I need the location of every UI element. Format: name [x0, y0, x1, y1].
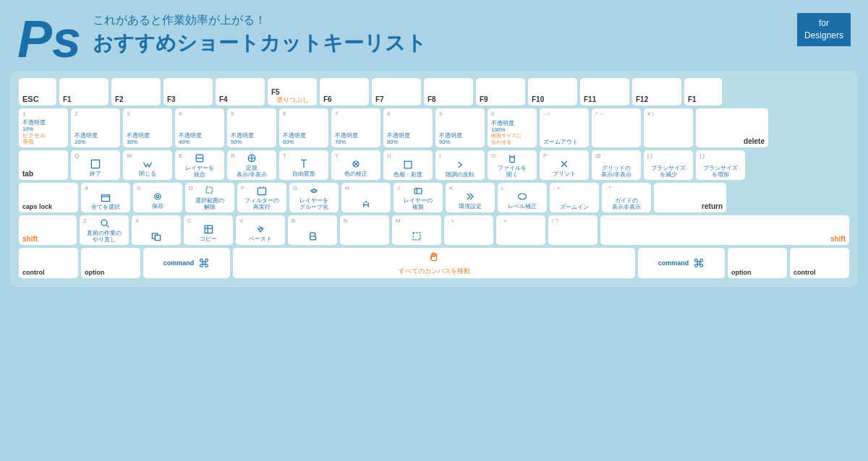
key-u[interactable]: U 色相・彩度: [383, 150, 433, 180]
key-9[interactable]: 9 不透明度90%: [435, 108, 485, 147]
key-control-left[interactable]: control: [19, 248, 78, 278]
key-slash[interactable]: / ?: [548, 215, 597, 245]
key-option-left[interactable]: option: [81, 248, 140, 278]
for-designers-badge: for Designers: [797, 13, 851, 46]
key-minus[interactable]: - = ズームアウト: [540, 108, 589, 147]
key-option-right[interactable]: option: [728, 248, 787, 278]
key-yen[interactable]: ¥ |: [644, 108, 693, 147]
key-t[interactable]: T 自由変形: [279, 150, 328, 180]
key-i[interactable]: I 階調の反転: [435, 150, 485, 180]
key-f4[interactable]: F4: [216, 78, 265, 105]
key-1[interactable]: 1 不透明度10% ピクセル等倍: [19, 108, 68, 147]
svg-rect-21: [205, 226, 212, 233]
key-bracket-r[interactable]: ] } ブラシサイズを増加: [696, 150, 745, 180]
zxcv-row: shift Z 直前の作業のやり直し X C コピー V: [19, 215, 849, 245]
key-caps-lock[interactable]: caps lock: [19, 183, 78, 212]
key-o[interactable]: O ファイルを開く: [488, 150, 537, 180]
svg-rect-13: [258, 188, 265, 195]
key-5[interactable]: 5 不透明度50%: [227, 108, 276, 147]
key-f3[interactable]: F3: [163, 78, 213, 105]
key-command-left[interactable]: command ⌘: [143, 248, 230, 278]
key-b[interactable]: B: [288, 215, 337, 245]
key-at[interactable]: @ ` グリッドの表示/非表示: [592, 150, 641, 180]
key-period[interactable]: . >: [496, 215, 545, 245]
key-y[interactable]: Y 色の校正: [331, 150, 380, 180]
key-f1-last[interactable]: F1: [684, 78, 722, 105]
key-r[interactable]: R 定規表示/非表示: [227, 150, 276, 180]
key-f[interactable]: F フィルターの再実行: [237, 183, 286, 212]
header-subtitle: これがあると作業効率が上がる！: [93, 13, 427, 28]
key-f10[interactable]: F10: [528, 78, 577, 105]
key-semicolon[interactable]: ; + ズームイン: [550, 183, 599, 212]
key-control-right[interactable]: control: [790, 248, 849, 278]
key-4[interactable]: 4 不透明度40%: [175, 108, 224, 147]
svg-rect-24: [413, 233, 420, 240]
key-f12[interactable]: F12: [632, 78, 681, 105]
ps-logo: Ps: [17, 13, 81, 65]
asdf-row: caps lock A 全てを選択 S 保存 D 選択範囲の解除: [19, 183, 849, 212]
number-row: 1 不透明度10% ピクセル等倍 2 不透明度20% 3 不透明度30% 4 不…: [19, 108, 849, 147]
key-bracket-l[interactable]: [ { ブラシサイズを減少: [644, 150, 693, 180]
key-m[interactable]: M: [392, 215, 441, 245]
svg-point-11: [156, 196, 158, 198]
key-e[interactable]: E レイヤーを統合: [175, 150, 224, 180]
key-v[interactable]: V ペースト: [236, 215, 285, 245]
key-q[interactable]: Q 終了: [71, 150, 120, 180]
key-w[interactable]: W 閉じる: [123, 150, 172, 180]
keyboard: ESC F1 F2 F3 F4 F5 塗りつぶし F6 F7 F8 F9: [10, 71, 858, 287]
key-k[interactable]: K 環境設定: [446, 183, 495, 212]
key-caret[interactable]: ^ ~: [592, 108, 641, 147]
function-key-row: ESC F1 F2 F3 F4 F5 塗りつぶし F6 F7 F8 F9: [19, 78, 849, 105]
key-j[interactable]: J レイヤーの複製: [393, 183, 443, 212]
key-3[interactable]: 3 不透明度30%: [123, 108, 172, 147]
key-g[interactable]: G レイヤーをグループ化: [289, 183, 339, 212]
key-tab[interactable]: tab: [19, 150, 68, 180]
svg-point-10: [155, 194, 161, 199]
svg-rect-0: [91, 160, 99, 168]
key-f8[interactable]: F8: [424, 78, 473, 105]
key-f5[interactable]: F5 塗りつぶし: [268, 78, 317, 105]
key-return[interactable]: return: [654, 183, 726, 212]
svg-rect-9: [101, 195, 109, 202]
key-f2[interactable]: F2: [111, 78, 161, 105]
key-esc[interactable]: ESC: [19, 78, 56, 105]
key-6[interactable]: 6 不透明度60%: [279, 108, 328, 147]
key-8[interactable]: 8 不透明度80%: [383, 108, 433, 147]
key-f1[interactable]: F1: [59, 78, 109, 105]
key-n[interactable]: N: [340, 215, 389, 245]
key-shift-right[interactable]: shift: [600, 215, 849, 245]
key-shift-left[interactable]: shift: [19, 215, 77, 245]
svg-line-18: [106, 225, 109, 227]
svg-rect-14: [414, 189, 422, 194]
key-comma[interactable]: , <: [444, 215, 493, 245]
key-h[interactable]: H: [341, 183, 391, 212]
key-2[interactable]: 2 不透明度20%: [71, 108, 120, 147]
svg-point-16: [518, 194, 526, 199]
key-d[interactable]: D 選択範囲の解除: [185, 183, 234, 212]
key-colon[interactable]: : * ガイドの表示非表示: [602, 183, 651, 212]
key-a[interactable]: A 全てを選択: [81, 183, 130, 212]
bottom-row: control option command ⌘ すべてのカンバスを移動 com…: [19, 248, 849, 278]
key-7[interactable]: 7 不透明度70%: [331, 108, 380, 147]
key-delete[interactable]: delete: [696, 108, 768, 147]
key-f9[interactable]: F9: [476, 78, 525, 105]
svg-rect-20: [155, 235, 160, 240]
key-f7[interactable]: F7: [372, 78, 421, 105]
key-z[interactable]: Z 直前の作業のやり直し: [80, 215, 129, 245]
header: Ps これがあると作業効率が上がる！ おすすめショートカットキーリスト for …: [0, 0, 868, 71]
svg-rect-7: [404, 161, 412, 168]
key-p[interactable]: P プリント: [540, 150, 589, 180]
key-s[interactable]: S 保存: [133, 183, 182, 212]
key-l[interactable]: L レベル補正: [498, 183, 547, 212]
svg-point-17: [101, 220, 107, 225]
header-title: おすすめショートカットキーリスト: [93, 30, 427, 57]
key-x[interactable]: X: [132, 215, 181, 245]
key-0[interactable]: 0 不透明度100% 画面サイズに合わせる: [488, 108, 537, 147]
key-spacebar[interactable]: すべてのカンバスを移動: [233, 248, 635, 278]
key-f11[interactable]: F11: [580, 78, 629, 105]
key-command-right[interactable]: command ⌘: [638, 248, 725, 278]
svg-rect-8: [510, 157, 514, 162]
svg-rect-12: [206, 187, 212, 193]
key-f6[interactable]: F6: [320, 78, 369, 105]
key-c[interactable]: C コピー: [184, 215, 233, 245]
